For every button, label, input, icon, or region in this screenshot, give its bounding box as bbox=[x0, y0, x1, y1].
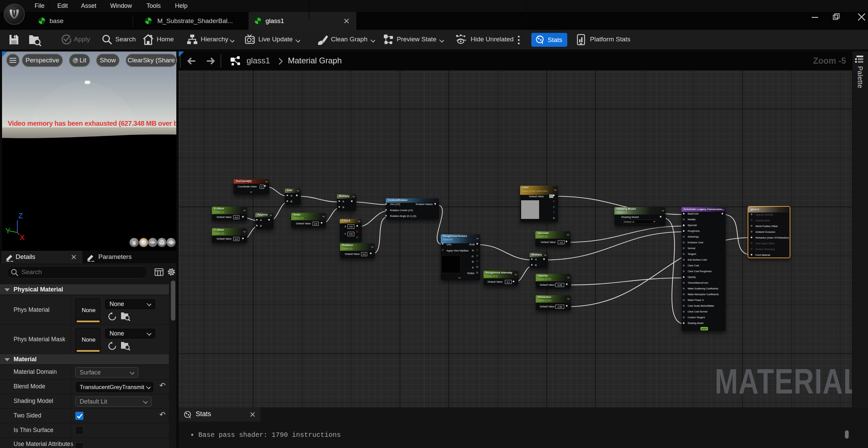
svg-text:Z: Z bbox=[18, 211, 23, 220]
svg-text:i: i bbox=[190, 415, 191, 419]
svg-text:i: i bbox=[542, 40, 543, 45]
svg-text:Y: Y bbox=[5, 226, 11, 235]
svg-text:X: X bbox=[20, 233, 25, 241]
